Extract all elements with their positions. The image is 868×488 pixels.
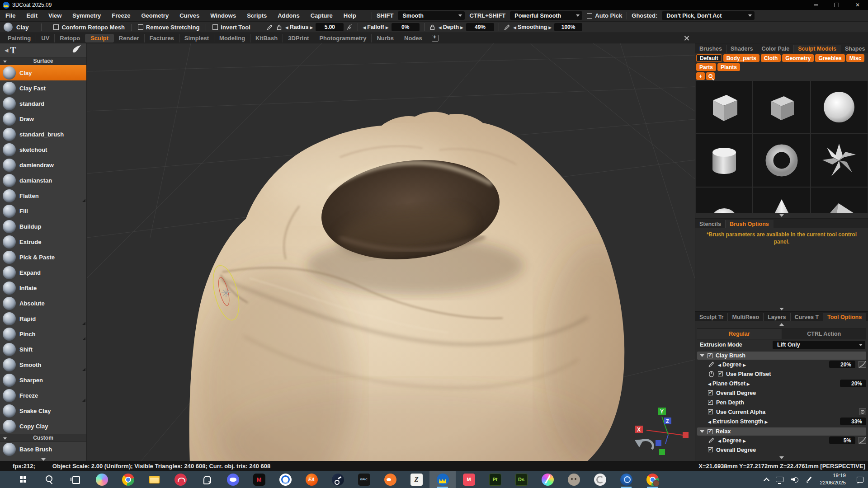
category-chip[interactable]: Parts — [696, 63, 716, 71]
extrusion-mode-dropdown[interactable]: Lift Only — [773, 341, 865, 349]
tab-regular[interactable]: Regular — [697, 329, 782, 339]
tool-option-row[interactable]: Extrusion Strength 33% — [697, 417, 866, 426]
room-tab[interactable]: Nurbs — [372, 34, 399, 42]
category-chip[interactable]: Geometry — [782, 54, 814, 62]
panel-tab[interactable]: Layers — [764, 313, 790, 321]
model-sphere[interactable] — [811, 81, 868, 133]
sculpt-tool-item[interactable]: Freeze — [0, 388, 86, 403]
sculpt-tool-item[interactable]: standard — [0, 96, 86, 111]
toolbar-checkbox[interactable]: Invert Tool — [206, 24, 257, 31]
model-cube[interactable] — [696, 81, 752, 133]
network-icon[interactable] — [776, 477, 783, 482]
sculpt-tool-item[interactable]: Inflate — [0, 280, 86, 296]
3d-viewport[interactable]: Y Z X — [87, 43, 695, 461]
axis-gizmo[interactable]: Y Z X — [635, 408, 689, 455]
option-label[interactable]: Use Plane Offset — [726, 371, 771, 377]
taskbar-item[interactable] — [534, 471, 561, 488]
room-tab[interactable]: Photogrammetry — [314, 34, 372, 42]
sculpt-tool-item[interactable]: damiendraw — [0, 157, 86, 173]
checkbox-icon[interactable] — [708, 400, 713, 405]
alpha-texture-icon[interactable] — [859, 408, 866, 415]
room-tab[interactable]: KitBash — [250, 34, 283, 42]
room-tab[interactable]: Render — [114, 34, 145, 42]
taskbar-item[interactable] — [10, 471, 36, 488]
room-tab[interactable]: Sculpt — [85, 34, 114, 42]
sculpt-tool-item[interactable]: Flatten — [0, 188, 86, 203]
panel-tab[interactable]: Sculpt Tr — [695, 313, 728, 321]
checkbox-icon[interactable] — [708, 409, 713, 414]
sculpt-mesh[interactable] — [189, 112, 652, 461]
pen-settings-icon[interactable] — [806, 476, 812, 483]
parameter-label[interactable]: Radius — [285, 24, 313, 30]
taskbar-item[interactable] — [36, 471, 62, 488]
collapse-panel-icon[interactable]: ◀ — [5, 47, 8, 53]
option-label[interactable]: Overall Degree — [716, 390, 756, 396]
tab-ctrl-action[interactable]: CTRL Action — [782, 329, 867, 339]
add-room-icon[interactable] — [432, 35, 439, 42]
room-tab[interactable]: UV — [36, 34, 55, 42]
taskbar-item[interactable] — [62, 471, 89, 488]
scroll-down-icon[interactable] — [779, 214, 784, 217]
model-torus[interactable] — [753, 134, 810, 187]
undo-arrow-icon[interactable] — [635, 439, 653, 449]
surface-group-header[interactable]: Surface — [0, 57, 86, 65]
checkbox-icon[interactable] — [718, 371, 723, 376]
tool-option-row[interactable]: Use Current Alpha — [697, 407, 866, 417]
menu-item[interactable]: Capture — [311, 12, 333, 19]
taskbar-item[interactable]: EA — [298, 471, 325, 488]
taskbar-item[interactable] — [272, 471, 298, 488]
model-spiky-star[interactable] — [811, 134, 868, 187]
close-button[interactable] — [847, 0, 868, 10]
sculpt-tool-item[interactable]: Absolute — [0, 296, 86, 311]
section-header-relax[interactable]: Relax — [697, 427, 866, 436]
category-chip[interactable]: Cloth — [761, 54, 781, 62]
option-label[interactable]: Extrusion Strength — [708, 418, 768, 425]
model-cube-beveled[interactable] — [753, 81, 810, 133]
menu-item[interactable]: Edit — [26, 12, 38, 19]
pressure-curve-icon[interactable] — [859, 437, 866, 444]
room-tab[interactable]: Nodes — [399, 34, 427, 42]
panel-tab[interactable]: Shapes — [841, 45, 868, 53]
shift-action-dropdown[interactable]: Smooth — [398, 11, 465, 20]
taskbar-item[interactable]: Ds — [508, 471, 534, 488]
option-label[interactable]: Overall Degree — [716, 447, 756, 453]
parameter-value[interactable]: 100% — [554, 23, 582, 31]
option-value[interactable]: 20% — [840, 380, 866, 387]
scroll-up-icon[interactable] — [779, 323, 784, 326]
taskbar-item[interactable] — [115, 471, 141, 488]
taskbar-item[interactable] — [89, 471, 115, 488]
clock[interactable]: 19:19 22/06/2025 — [820, 472, 846, 486]
room-tab[interactable]: Modeling — [214, 34, 250, 42]
model-dome[interactable] — [696, 188, 752, 213]
menu-item[interactable]: Help — [344, 12, 356, 19]
model-cone[interactable] — [753, 188, 810, 213]
pen-pressure-icon[interactable] — [266, 24, 273, 31]
scroll-down-icon[interactable] — [779, 456, 784, 459]
menu-item[interactable]: Windows — [210, 12, 236, 19]
lock-icon[interactable] — [429, 24, 436, 31]
room-tab[interactable]: Factures — [145, 34, 179, 42]
checkbox-icon[interactable] — [708, 390, 713, 395]
taskbar-item[interactable] — [325, 471, 351, 488]
menu-item[interactable]: Curves — [179, 12, 199, 19]
ctrl-shift-action-dropdown[interactable]: Powerful Smooth — [510, 11, 582, 20]
sculpt-tool-item[interactable]: Sharpen — [0, 372, 86, 388]
room-tab[interactable]: Retopo — [55, 34, 85, 42]
taskbar-item[interactable]: Z — [403, 471, 429, 488]
checkbox-icon[interactable] — [708, 447, 713, 452]
tool-option-row[interactable]: Use Plane Offset — [697, 369, 866, 379]
notification-center-icon[interactable] — [857, 477, 863, 483]
sculpt-tool-item[interactable]: Buildup — [0, 219, 86, 234]
panel-tab[interactable]: MultiReso — [728, 313, 764, 321]
option-label[interactable]: Degree — [718, 437, 746, 444]
toolbar-checkbox[interactable]: Remove Stretching — [132, 24, 206, 31]
tool-option-row[interactable]: Overall Degree — [697, 445, 866, 455]
parameter-label[interactable]: Falloff — [363, 24, 388, 30]
panel-tab[interactable]: Brushes — [695, 45, 726, 53]
room-tab[interactable]: Painting — [3, 34, 36, 42]
taskbar-item[interactable]: M — [246, 471, 272, 488]
panel-tab[interactable]: Brush Options — [726, 220, 774, 228]
tool-option-row[interactable]: Plane Offset 20% — [697, 379, 866, 388]
taskbar-item[interactable] — [141, 471, 167, 488]
menu-item[interactable]: View — [48, 12, 61, 19]
